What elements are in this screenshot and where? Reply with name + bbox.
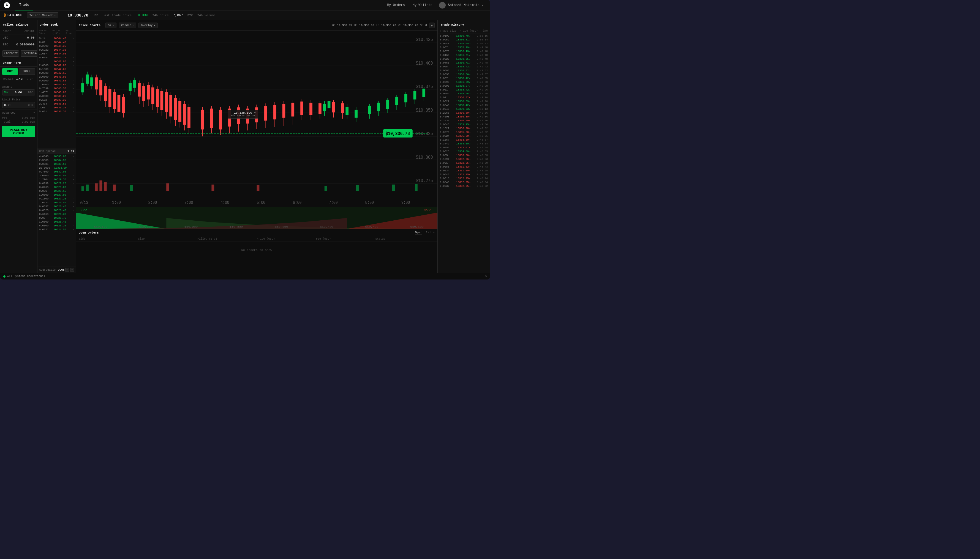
table-row: 1.437110340.00-: [37, 90, 76, 94]
svg-rect-93: [187, 107, 190, 127]
fee-label: Fee =: [2, 116, 10, 119]
deposit-button[interactable]: + DEPOSIT: [2, 50, 19, 57]
svg-rect-97: [210, 109, 213, 127]
list-item: 0.004710338.05↗9:50:02: [438, 41, 490, 45]
wallet-usd-row: USD 0.00: [0, 35, 37, 41]
limit-price-input-row[interactable]: 0.00 USD: [2, 102, 35, 108]
spread-value: 1.19: [68, 150, 74, 153]
svg-rect-138: [392, 185, 395, 191]
fills-tab[interactable]: Fills: [426, 231, 434, 234]
table-row: 3.000010339.25-: [37, 94, 76, 98]
chevron-down-icon: ▾: [112, 24, 114, 27]
advanced-toggle[interactable]: Advanced ▾: [0, 109, 37, 116]
table-row: 0.003710326.45-: [37, 204, 76, 208]
table-row: 0.099910329.25-: [37, 181, 76, 185]
stop-tab[interactable]: STOP: [25, 76, 35, 82]
table-row: 6.000010325.25-: [37, 224, 76, 228]
svg-rect-57: [95, 78, 98, 89]
svg-text:1:00: 1:00: [112, 200, 121, 205]
buy-tab[interactable]: BUY: [2, 68, 18, 75]
table-row: 0.068810342.15-: [37, 71, 76, 75]
aggregation-plus-button[interactable]: +: [70, 268, 74, 272]
svg-text:$10,350: $10,350: [416, 107, 433, 113]
svg-rect-135: [257, 185, 260, 191]
market-select[interactable]: Select Market ▾: [27, 12, 58, 18]
ob-col-price: Price (USD): [52, 30, 66, 35]
limit-tab[interactable]: LIMIT: [14, 76, 25, 82]
timeframe-selector[interactable]: 5m ▾: [105, 23, 116, 28]
table-row: 0.616810326.30-: [37, 212, 76, 216]
svg-rect-130: [104, 182, 107, 191]
open-orders-header: Open Orders Open Fills: [76, 229, 438, 237]
chart-forward-button[interactable]: ▶: [429, 23, 434, 28]
chart-header: Price Charts 5m ▾ Candle ▾ Overlay ▾ O: …: [76, 20, 438, 31]
trade-history-list: 0.010210336.78↗9:50:150.095210336.81↗9:5…: [438, 34, 490, 273]
list-item: 0.008510338.42↗9:49:42: [438, 68, 490, 72]
list-item: 0.00710335.29↗9:49:48: [438, 45, 490, 49]
svg-rect-111: [274, 105, 276, 119]
list-item: 0.046310336.71↗9:49:48: [438, 61, 490, 64]
max-button[interactable]: Max: [4, 91, 8, 94]
btc-icon: ₿: [4, 13, 6, 18]
overlay-selector[interactable]: Overlay ▾: [138, 23, 158, 28]
chart-type-selector[interactable]: Candle ▾: [119, 23, 136, 28]
24h-label: 24h price: [152, 14, 169, 17]
btc-asset: BTC: [3, 43, 8, 46]
list-item: 0.00110338.42↗9:49:26: [438, 88, 490, 92]
open-tab[interactable]: Open: [415, 231, 422, 234]
market-tab[interactable]: MARKET: [2, 76, 14, 82]
svg-text:2:00: 2:00: [148, 200, 157, 205]
svg-rect-91: [183, 104, 186, 125]
divider: [63, 13, 63, 18]
list-item: 0.002310338.05↗9:49:48: [438, 57, 490, 61]
table-row: 2.41410336.55-: [37, 102, 76, 106]
table-row: 0.002110324.50-: [37, 228, 76, 232]
svg-text:$10,480: $10,480: [365, 226, 378, 228]
list-item: 0.007610336.13↗9:49:48: [438, 49, 490, 53]
my-orders-button[interactable]: My Orders: [383, 0, 409, 10]
table-row: 3.026810329.00-: [37, 185, 76, 189]
svg-rect-87: [174, 98, 177, 120]
withdraw-label: WITHDRAW: [25, 52, 37, 55]
my-wallets-button[interactable]: My Wallets: [409, 0, 436, 10]
usd-asset: USD: [3, 36, 8, 39]
open-orders-tabs: Open Fills: [415, 231, 434, 234]
list-item: 0.009310336.69↗9:49:30: [438, 80, 490, 84]
app-container: C Trade My Orders My Wallets Satoshi Nak…: [0, 0, 490, 280]
open-orders-panel: Open Orders Open Fills Side Size Filled …: [76, 229, 438, 273]
table-row: 1.032210326.50-: [37, 200, 76, 204]
ticker-pair: BTC-USD: [7, 13, 23, 17]
list-item: 0.002310334.00↗9:48:53: [438, 149, 490, 153]
status-text: All Systems Operational: [7, 275, 45, 278]
svg-rect-136: [325, 186, 327, 191]
svg-rect-119: [310, 103, 312, 115]
table-row: 5.60110336.30-: [37, 109, 76, 113]
user-menu[interactable]: Satoshi Nakamoto ▾: [436, 2, 486, 8]
ohlcv-display: O: 10,338.05 H: 10,338.05 L: 10,336.78 C…: [332, 24, 427, 27]
table-row: 3.000010331.00-: [37, 174, 76, 177]
last-trade-label: Last trade price: [103, 14, 132, 17]
volume: 7,867: [173, 13, 183, 17]
table-row: 0.100010327.25-: [37, 197, 76, 200]
table-row: 0.759910332.90-: [37, 170, 76, 174]
svg-rect-126: [81, 186, 84, 191]
svg-rect-95: [201, 110, 204, 129]
svg-text:5:00: 5:00: [257, 200, 265, 205]
place-order-button[interactable]: PLACE BUY ORDER: [2, 126, 35, 137]
svg-text:$10,325: $10,325: [416, 131, 433, 137]
list-item: 0.009310338.27↗9:49:28: [438, 84, 490, 88]
table-row: 1.000010325.45-: [37, 220, 76, 224]
list-item: 0.008310331.02↘9:48:43: [438, 165, 490, 169]
svg-rect-129: [99, 180, 102, 191]
amount-field: Amount Max 0.00 BTC: [0, 84, 37, 97]
chevron-down-icon: ▾: [33, 111, 35, 114]
withdraw-button[interactable]: ↑ WITHDRAW: [21, 50, 37, 57]
svg-text:3:00: 3:00: [184, 200, 193, 205]
gear-icon[interactable]: ⚙: [485, 274, 487, 278]
svg-rect-75: [147, 85, 150, 99]
aggregation-minus-button[interactable]: −: [65, 268, 69, 272]
sell-tab[interactable]: SELL: [19, 68, 35, 75]
svg-rect-67: [118, 95, 120, 112]
trade-tab[interactable]: Trade: [15, 0, 33, 10]
last-price: 10,336.78: [68, 13, 88, 18]
